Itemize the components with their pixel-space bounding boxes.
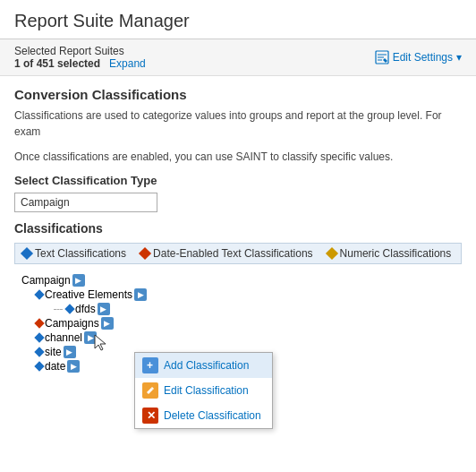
context-menu-delete[interactable]: ✕ Delete Classification xyxy=(135,403,272,428)
header: Report Suite Manager xyxy=(0,0,476,39)
context-menu: + Add Classification xyxy=(134,352,273,429)
date-label[interactable]: date xyxy=(45,360,65,373)
tab-text-classifications[interactable]: Text Classifications xyxy=(22,247,126,260)
blue-diamond-icon xyxy=(21,247,33,260)
yellow-diamond-icon xyxy=(326,247,338,260)
dashed-connector xyxy=(54,309,63,310)
tree-node-dfds: dfds ▶ xyxy=(54,302,462,316)
delete-menu-icon: ✕ xyxy=(142,408,158,424)
tab-text-label: Text Classifications xyxy=(35,247,126,260)
type-select-wrapper: Campaign xyxy=(14,193,462,212)
context-menu-edit[interactable]: Edit Classification xyxy=(135,378,272,403)
tree-children: Creative Elements ▶ dfds ▶ xyxy=(36,287,462,373)
tree-node-campaigns: Campaigns ▶ xyxy=(36,316,462,330)
channel-label[interactable]: channel xyxy=(45,331,82,344)
select-type-label: Select Classification Type xyxy=(14,174,462,187)
tree-root: Campaign ▶ xyxy=(21,273,462,287)
red-diamond-icon xyxy=(139,247,151,260)
tab-date-label: Date-Enabled Text Classifications xyxy=(153,247,313,260)
dfds-subtree: dfds ▶ xyxy=(54,302,462,316)
site-label[interactable]: site xyxy=(45,346,62,358)
expand-link[interactable]: Expand xyxy=(109,57,146,70)
context-menu-add[interactable]: + Add Classification xyxy=(135,353,272,378)
edit-icon xyxy=(375,50,389,64)
campaigns-arrow[interactable]: ▶ xyxy=(101,317,114,330)
tab-date-enabled[interactable]: Date-Enabled Text Classifications xyxy=(140,247,313,260)
page-title: Report Suite Manager xyxy=(14,11,190,30)
creative-elements-blue-diamond xyxy=(34,289,44,299)
channel-arrow[interactable]: ▶ xyxy=(84,331,97,344)
description2: Once classifications are enabled, you ca… xyxy=(14,149,462,165)
svg-text:✕: ✕ xyxy=(147,409,156,422)
selected-count: 1 of 451 selected xyxy=(14,57,100,70)
site-blue-diamond xyxy=(34,347,44,356)
campaigns-red-diamond xyxy=(34,318,44,328)
tabs-bar: Text Classifications Date-Enabled Text C… xyxy=(14,243,462,264)
campaign-expand-arrow[interactable]: ▶ xyxy=(72,274,85,287)
classifications-label: Classifications xyxy=(14,221,462,236)
edit-settings-label: Edit Settings xyxy=(393,51,453,64)
dropdown-arrow: ▾ xyxy=(456,51,462,64)
tree-node-creative-elements: Creative Elements ▶ xyxy=(36,287,462,302)
dfds-label[interactable]: dfds xyxy=(75,303,96,315)
edit-menu-icon xyxy=(142,382,158,399)
tab-numeric[interactable]: Numeric Classifications xyxy=(327,247,452,260)
svg-text:+: + xyxy=(147,359,153,372)
edit-classification-label: Edit Classification xyxy=(164,384,249,397)
add-classification-label: Add Classification xyxy=(164,359,249,372)
tree-root-label: Campaign xyxy=(21,274,71,287)
description1: Classifications are used to categorize v… xyxy=(14,107,462,140)
top-bar: Selected Report Suites 1 of 451 selected… xyxy=(0,39,476,76)
selected-info: Selected Report Suites 1 of 451 selected… xyxy=(14,45,146,70)
tab-numeric-label: Numeric Classifications xyxy=(340,247,452,260)
tree-area: Campaign ▶ Creative Elements ▶ dfds ▶ xyxy=(14,273,462,373)
site-arrow[interactable]: ▶ xyxy=(64,346,76,358)
date-blue-diamond xyxy=(34,361,44,371)
page-wrapper: Report Suite Manager Selected Report Sui… xyxy=(0,0,476,472)
edit-settings-button[interactable]: Edit Settings ▾ xyxy=(375,50,462,64)
selected-count-row: 1 of 451 selected Expand xyxy=(14,57,146,70)
tree-node-channel: channel ▶ xyxy=(36,330,462,345)
delete-classification-label: Delete Classification xyxy=(164,409,261,422)
type-select[interactable]: Campaign xyxy=(14,193,157,212)
add-icon: + xyxy=(142,357,158,373)
date-arrow[interactable]: ▶ xyxy=(67,360,80,373)
main-content: Conversion Classifications Classificatio… xyxy=(0,76,476,472)
creative-elements-arrow[interactable]: ▶ xyxy=(134,288,147,301)
section-title: Conversion Classifications xyxy=(14,87,462,102)
selected-label: Selected Report Suites xyxy=(14,45,146,57)
dfds-arrow[interactable]: ▶ xyxy=(98,303,110,315)
campaigns-label[interactable]: Campaigns xyxy=(45,317,99,330)
channel-blue-diamond xyxy=(34,332,44,342)
dfds-blue-diamond xyxy=(64,304,74,313)
creative-elements-label[interactable]: Creative Elements xyxy=(45,288,132,301)
